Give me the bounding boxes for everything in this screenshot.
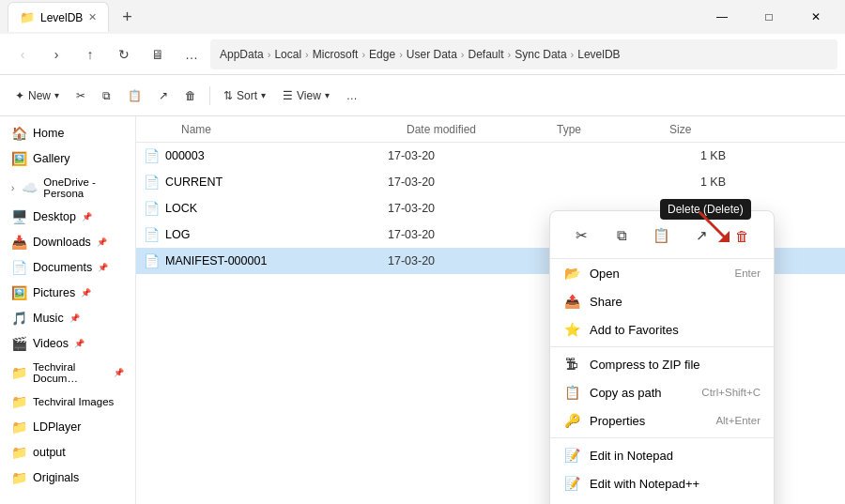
- new-tab-button[interactable]: +: [116, 8, 138, 27]
- sidebar-item-label: Techviral Docum…: [33, 361, 108, 384]
- sep3: ›: [361, 49, 365, 60]
- sidebar-item-desktop[interactable]: 🖥️ Desktop 📌: [4, 205, 131, 229]
- breadcrumb[interactable]: AppData › Local › Microsoft › Edge › Use…: [210, 39, 837, 69]
- compress-icon: 🗜: [563, 357, 580, 372]
- window-controls: — □ ✕: [700, 2, 837, 32]
- cut-button[interactable]: ✂: [69, 81, 93, 111]
- folder-icon: 📁: [11, 365, 27, 380]
- sidebar-item-gallery[interactable]: 🖼️ Gallery: [4, 146, 131, 171]
- context-menu-icon-row: ✂ ⧉ 📋 ↗ 🗑: [550, 215, 774, 259]
- column-name: Name: [162, 123, 407, 136]
- sidebar-item-label: Downloads: [33, 236, 91, 249]
- sidebar-item-label: LDPlayer: [33, 420, 81, 434]
- sep5: ›: [461, 49, 465, 60]
- sidebar-item-ldplayer[interactable]: 📁 LDPlayer: [4, 415, 131, 439]
- ctx-notepad-label: Edit in Notepad: [590, 449, 760, 463]
- sort-chevron-icon: ▾: [261, 90, 266, 100]
- column-type: Type: [557, 123, 669, 136]
- ctx-notepad-item[interactable]: 📝 Edit in Notepad: [550, 441, 774, 469]
- ctx-winrar-item[interactable]: 🗃 WinRAR ›: [550, 497, 774, 504]
- view-icon: ☰: [283, 89, 293, 102]
- notepad-icon: 📝: [563, 448, 580, 463]
- up-button[interactable]: ↑: [75, 39, 105, 69]
- ctx-copypath-item[interactable]: 📋 Copy as path Ctrl+Shift+C: [550, 378, 774, 406]
- desktop-icon: 🖥️: [11, 209, 27, 224]
- minimize-button[interactable]: —: [700, 2, 744, 32]
- address-bar: ‹ › ↑ ↻ 🖥 … AppData › Local › Microsoft …: [0, 34, 845, 75]
- sidebar-item-music[interactable]: 🎵 Music 📌: [4, 306, 131, 330]
- forward-button[interactable]: ›: [41, 39, 71, 69]
- view-button[interactable]: ☰ View ▾: [275, 81, 337, 111]
- videos-icon: 🎬: [11, 336, 27, 351]
- pin-icon: 📌: [97, 237, 107, 247]
- breadcrumb-expand[interactable]: …: [177, 39, 207, 69]
- sidebar-item-documents[interactable]: 📄 Documents 📌: [4, 255, 131, 280]
- svg-line-0: [699, 212, 726, 238]
- gallery-icon: 🖼️: [11, 151, 27, 166]
- ctx-notepadpp-item[interactable]: 📝 Edit with Notepad++: [550, 469, 774, 497]
- notepadpp-icon: 📝: [563, 476, 580, 491]
- folder-icon: 📁: [11, 470, 27, 485]
- ctx-open-label: Open: [590, 267, 726, 281]
- title-bar: 📁 LevelDB ✕ + — □ ✕: [0, 0, 845, 34]
- folder-icon: 📁: [11, 394, 27, 409]
- sidebar-item-techviral-docum[interactable]: 📁 Techviral Docum… 📌: [4, 357, 131, 389]
- sep2: ›: [305, 49, 309, 60]
- sidebar-item-label: output: [33, 446, 66, 459]
- sidebar-item-output[interactable]: 📁 output: [4, 440, 131, 465]
- delete-button[interactable]: 🗑: [177, 81, 204, 111]
- sep7: ›: [571, 49, 575, 60]
- breadcrumb-local: Local: [274, 48, 301, 61]
- pin-icon: 📌: [98, 263, 108, 272]
- ctx-copy-button[interactable]: ⧉: [607, 221, 637, 251]
- table-row[interactable]: 📄 000003 17-03-20 1 KB: [136, 143, 845, 169]
- ctx-separator: [550, 346, 774, 347]
- column-date: Date modified: [407, 123, 557, 136]
- sidebar-item-label: Techviral Images: [33, 396, 114, 407]
- ctx-compress-label: Compress to ZIP file: [590, 358, 760, 372]
- onedrive-icon: ☁️: [22, 180, 38, 195]
- maximize-button[interactable]: □: [747, 2, 791, 32]
- file-icon: 📄: [144, 227, 160, 242]
- sidebar-item-home[interactable]: 🏠 Home: [4, 121, 131, 145]
- ctx-properties-item[interactable]: 🔑 Properties Alt+Enter: [550, 406, 774, 435]
- sidebar-item-downloads[interactable]: 📥 Downloads 📌: [4, 230, 131, 254]
- sort-icon: ⇅: [223, 89, 233, 102]
- copy-button[interactable]: ⧉: [95, 81, 118, 111]
- sidebar-item-techviral-images[interactable]: 📁 Techviral Images: [4, 389, 131, 414]
- sidebar-item-videos[interactable]: 🎬 Videos 📌: [4, 331, 131, 356]
- back-button[interactable]: ‹: [8, 39, 38, 69]
- sidebar-item-originals[interactable]: 📁 Originals: [4, 466, 131, 490]
- main-area: 🏠 Home 🖼️ Gallery › ☁️ OneDrive - Person…: [0, 116, 845, 504]
- new-button[interactable]: ✦ New ▾: [8, 81, 67, 111]
- ctx-compress-item[interactable]: 🗜 Compress to ZIP file: [550, 350, 774, 378]
- sep4: ›: [399, 49, 403, 60]
- sidebar-item-onedrive[interactable]: › ☁️ OneDrive - Persona: [4, 172, 131, 204]
- ctx-paste-button[interactable]: 📋: [647, 221, 677, 251]
- tab-close-button[interactable]: ✕: [88, 11, 97, 23]
- ctx-share-item[interactable]: 📤 Share: [550, 287, 774, 315]
- sidebar-item-label: Gallery: [33, 152, 70, 165]
- toolbar: ✦ New ▾ ✂ ⧉ 📋 ↗ 🗑 ⇅ Sort ▾ ☰ View ▾ …: [0, 75, 845, 116]
- ctx-favorites-item[interactable]: ⭐ Add to Favorites: [550, 315, 774, 344]
- table-row[interactable]: 📄 CURRENT 17-03-20 1 KB: [136, 169, 845, 195]
- ctx-cut-button[interactable]: ✂: [566, 221, 596, 251]
- computer-button[interactable]: 🖥: [143, 39, 173, 69]
- close-button[interactable]: ✕: [794, 2, 837, 32]
- ctx-copypath-label: Copy as path: [590, 386, 692, 400]
- file-icon: 📄: [144, 201, 160, 216]
- active-tab[interactable]: 📁 LevelDB ✕: [8, 2, 109, 32]
- more-options-button[interactable]: …: [339, 81, 365, 111]
- sort-button[interactable]: ⇅ Sort ▾: [216, 81, 273, 111]
- sidebar-item-pictures[interactable]: 🖼️ Pictures 📌: [4, 281, 131, 305]
- sidebar-item-label: OneDrive - Persona: [43, 176, 124, 199]
- ctx-notepadpp-label: Edit with Notepad++: [590, 477, 760, 491]
- ctx-open-item[interactable]: 📂 Open Enter: [550, 259, 774, 287]
- share-button[interactable]: ↗: [151, 81, 176, 111]
- refresh-button[interactable]: ↻: [109, 39, 139, 69]
- breadcrumb-microsoft: Microsoft: [313, 48, 359, 61]
- paste-button[interactable]: 📋: [120, 81, 149, 111]
- sidebar-item-label: Videos: [33, 337, 69, 350]
- pictures-icon: 🖼️: [11, 285, 27, 300]
- file-content-area: Name Date modified Type Size 📄 000003 17…: [136, 116, 845, 504]
